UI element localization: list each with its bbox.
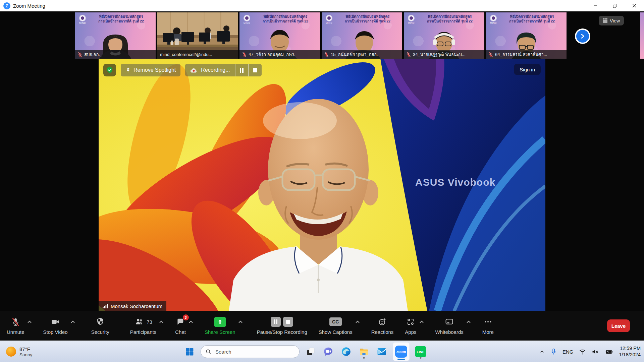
participants-button[interactable]: 73 Participants (130, 317, 156, 335)
tray-wifi-button[interactable] (579, 349, 586, 355)
tray-language-button[interactable]: ENG (562, 349, 574, 355)
virtual-bg-header: พิธีเปิดการฝึกอบรมหลักสูตรการเป็นข้าราชก… (252, 14, 319, 23)
taskbar-file-explorer-button[interactable] (357, 344, 371, 359)
participant-thumbnail[interactable]: mind_conference2@indu... (157, 12, 238, 59)
tray-clock[interactable]: 12:59 PM 1/18/2024 (619, 345, 641, 358)
meeting-security-shield-button[interactable] (103, 64, 116, 76)
participant-name: 64_ธรรมสรณ์ ส่งสาส์นศา... (495, 51, 547, 58)
participant-thumbnail[interactable]: MIND พิธีเปิดการฝึกอบรมหลักสูตรการเป็นข้… (322, 12, 402, 59)
pause-recording-button[interactable] (235, 64, 248, 76)
taskbar-zoom-button[interactable]: zoom (393, 342, 410, 361)
participants-options-caret[interactable] (159, 320, 164, 323)
participant-thumbnail[interactable]: MIND พิธีเปิดการฝึกอบรมหลักสูตรการเป็นข้… (239, 12, 320, 59)
next-participants-button[interactable] (575, 28, 590, 44)
whiteboards-options-caret[interactable] (466, 320, 471, 323)
sunny-weather-icon (6, 347, 16, 357)
pause-recording-icon[interactable] (271, 317, 281, 327)
window-titlebar: Z Zoom Meeting (0, 0, 644, 11)
show-captions-button[interactable]: CC Show Captions (319, 317, 353, 335)
start-button[interactable] (183, 344, 196, 359)
zoom-control-toolbar: Unmute Stop Video Security 73 Participan… (0, 311, 644, 341)
taskbar-taskview-button[interactable] (304, 344, 317, 359)
tray-volume-muted-button[interactable] (592, 349, 599, 355)
unmute-label: Unmute (7, 329, 24, 335)
stop-icon (253, 68, 257, 72)
share-screen-label: Share Screen (205, 329, 235, 335)
virtual-bg-header: พิธีเปิดการฝึกอบรมหลักสูตรการเป็นข้าราชก… (334, 14, 401, 23)
participant-thumbnail[interactable]: MIND พิธีเปิดการฝึกอบรมหลักสูตรการเป็นข้… (486, 12, 567, 59)
unmute-button[interactable]: Unmute (7, 317, 24, 335)
taskbar-mail-button[interactable] (375, 344, 388, 359)
mail-icon (376, 346, 387, 357)
tray-microphone-button[interactable] (550, 348, 557, 355)
video-camera-icon (51, 317, 60, 326)
close-button[interactable] (625, 0, 644, 11)
muted-mic-icon (324, 52, 329, 57)
weather-condition: Sunny (19, 352, 32, 357)
chat-unread-badge: 3 (183, 314, 189, 320)
edge-browser-icon (341, 346, 352, 357)
share-screen-button[interactable]: Share Screen (205, 317, 235, 335)
unmute-options-caret[interactable] (27, 320, 32, 323)
participant-thumbnail[interactable]: MIND พิธีเปิดการฝึกอบรมหลักสูตรการเป็นข้… (75, 12, 156, 59)
minimize-button[interactable] (586, 0, 605, 11)
chevron-up-icon (539, 349, 545, 354)
virtual-bg-header: พิธีเปิดการฝึกอบรมหลักสูตรการเป็นข้าราชก… (499, 14, 565, 23)
security-button[interactable]: Security (91, 317, 109, 335)
taskbar-line-button[interactable]: LINE (414, 344, 427, 359)
partial-thumbnail-edge (640, 12, 644, 59)
tray-battery-charging-button[interactable] (605, 348, 613, 355)
virtual-bg-header: พิธีเปิดการฝึกอบรมหลักสูตรการเป็นข้าราชก… (88, 14, 154, 23)
tray-hidden-icons-button[interactable] (539, 349, 545, 354)
muted-mic-icon (78, 52, 82, 57)
security-label: Security (91, 329, 109, 335)
taskbar-edge-button[interactable] (339, 344, 353, 359)
video-options-caret[interactable] (70, 320, 75, 323)
search-input[interactable] (215, 349, 290, 355)
whiteboards-button[interactable]: Whiteboards (435, 317, 464, 335)
reactions-button[interactable]: Reactions (371, 317, 394, 335)
taskbar-weather-widget[interactable]: 87°F Sunny (6, 341, 32, 362)
taskbar-search-box[interactable] (201, 345, 300, 358)
security-shield-check-icon (106, 66, 113, 74)
tray-date: 1/18/2024 (619, 352, 641, 358)
stop-recording-icon[interactable] (283, 317, 293, 327)
leave-button[interactable]: Leave (607, 319, 630, 332)
security-shield-icon (96, 317, 105, 326)
stop-video-button[interactable]: Stop Video (43, 317, 68, 335)
reactions-label: Reactions (371, 329, 394, 335)
file-explorer-icon (359, 346, 369, 357)
sign-in-button[interactable]: Sign in (514, 64, 541, 75)
search-icon (206, 349, 211, 355)
captions-options-caret[interactable] (355, 320, 360, 323)
windows-logo-icon (185, 347, 195, 357)
tray-time: 12:59 PM (619, 345, 641, 352)
remove-spotlight-button[interactable]: Remove Spotlight (121, 64, 180, 76)
taskbar-teams-chat-button[interactable] (322, 344, 335, 359)
share-options-caret[interactable] (238, 320, 243, 323)
teams-chat-icon (323, 346, 334, 357)
mind-logo: MIND (243, 15, 251, 24)
mind-logo: MIND (325, 15, 333, 24)
pause-stop-recording-button[interactable]: Pause/Stop Recording (257, 317, 307, 335)
zoom-app-logo: Z (3, 2, 10, 9)
muted-mic-icon (242, 52, 247, 57)
apps-options-caret[interactable] (419, 320, 424, 323)
view-button[interactable]: View (599, 16, 624, 25)
restore-button[interactable] (605, 0, 625, 11)
apps-button[interactable]: Apps (405, 317, 416, 335)
cloud-recording-icon (190, 67, 198, 73)
leave-label: Leave (611, 323, 626, 329)
more-button[interactable]: More (482, 317, 494, 335)
chat-options-caret[interactable] (189, 320, 193, 323)
whiteboard-icon (445, 317, 454, 326)
participant-name-bar: 47_วชิรา อ่อนอุดม_กพร. (239, 50, 320, 59)
microphone-in-use-icon (550, 348, 557, 355)
recording-indicator: Recording... (185, 64, 261, 76)
stop-recording-button[interactable] (248, 64, 262, 76)
chat-button[interactable]: 3 Chat (175, 317, 186, 335)
participant-thumbnail[interactable]: MIND พิธีเปิดการฝึกอบรมหลักสูตรการเป็นข้… (404, 12, 484, 59)
participant-name-bar: mind_conference2@indu... (157, 50, 238, 59)
participant-name-bar: สปอ.อก._ (75, 50, 156, 59)
participant-name-bar: 34_นายเสฏฐวุฒิ พันธนะบ... (404, 50, 484, 59)
